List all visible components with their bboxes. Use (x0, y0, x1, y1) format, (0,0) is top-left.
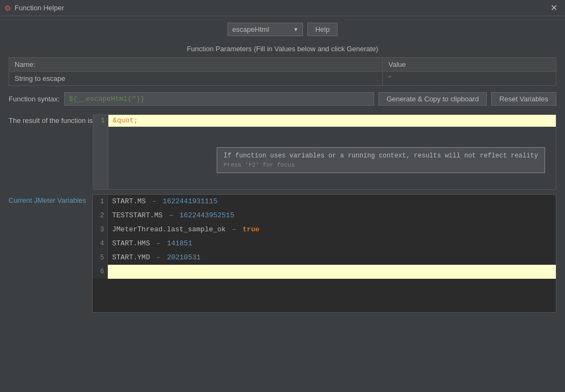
variable-value: 1622441931115 (163, 197, 217, 205)
variable-value: true (243, 225, 259, 233)
table-row: String to escape" (9, 72, 556, 86)
syntax-input[interactable] (64, 92, 374, 106)
result-label: The result of the function is (9, 114, 93, 125)
line-number: 3 (93, 223, 108, 237)
variable-name: START.HMS (112, 239, 150, 247)
params-description: Function Parameters (Fill in Values belo… (9, 45, 556, 53)
line-number: 5 (93, 251, 108, 265)
window-title: Function Helper (15, 4, 64, 12)
col-header-value: Value (383, 58, 556, 72)
variable-name: START.YMD (112, 253, 150, 262)
function-dropdown-wrapper: escapeHtml escapeXml escapeJson urlencod… (228, 23, 303, 36)
toolbar-row: escapeHtml escapeXml escapeJson urlencod… (9, 23, 556, 36)
result-area: 1 &quot; If function uses variables or a… (93, 114, 556, 190)
title-bar-left: ⚙ Function Helper (4, 4, 64, 12)
variable-value: 20210531 (167, 253, 201, 262)
reset-variables-button[interactable]: Reset Variables (491, 92, 556, 106)
line-number: 2 (93, 209, 108, 223)
tooltip-press-hint: Press 'F2' for focus (224, 162, 538, 168)
syntax-row: Function syntax: Generate & Copy to clip… (9, 92, 556, 106)
list-item: 1START.MS – 1622441931115 (93, 195, 556, 209)
variable-name: JMeterThread.last_sample_ok (112, 225, 226, 233)
line-number: 6 (93, 265, 108, 279)
params-table: Name: Value String to escape" (9, 57, 556, 86)
function-select[interactable]: escapeHtml escapeXml escapeJson urlencod… (228, 23, 303, 36)
main-content: escapeHtml escapeXml escapeJson urlencod… (0, 16, 565, 319)
variable-value: 1622443952515 (180, 211, 234, 219)
close-button[interactable]: ✕ (547, 2, 561, 14)
param-name-cell: String to escape (9, 72, 383, 86)
result-tooltip: If function uses variables or a running … (217, 147, 545, 173)
list-item: 4START.HMS – 141851 (93, 237, 556, 251)
variables-label: Current JMeter Variables (9, 194, 92, 204)
line-number: 1 (93, 195, 108, 209)
variable-name: TESTSTART.MS (112, 211, 163, 219)
title-bar: ⚙ Function Helper ✕ (0, 0, 565, 16)
result-row: The result of the function is 1 &quot; I… (9, 114, 556, 190)
list-item: 6 (93, 265, 556, 279)
result-line: &quot; (108, 115, 556, 127)
line-number: 4 (93, 237, 108, 251)
col-header-name: Name: (9, 58, 383, 72)
result-line-gutter: 1 (93, 115, 108, 189)
list-item: 2TESTSTART.MS – 1622443952515 (93, 209, 556, 223)
variable-value: 141851 (167, 239, 192, 247)
list-item: 5START.YMD – 20210531 (93, 251, 556, 265)
variable-name: START.MS (112, 197, 146, 205)
variables-area: 1START.MS – 16224419311152TESTSTART.MS –… (92, 194, 556, 313)
generate-copy-button[interactable]: Generate & Copy to clipboard (378, 92, 487, 106)
list-item: 3JMeterThread.last_sample_ok – true (93, 223, 556, 237)
tooltip-text: If function uses variables or a running … (224, 152, 538, 160)
param-value-cell[interactable]: " (383, 72, 556, 86)
app-icon: ⚙ (4, 4, 11, 12)
syntax-label: Function syntax: (9, 95, 60, 103)
result-lines: &quot; (108, 115, 556, 127)
help-button[interactable]: Help (307, 23, 338, 36)
variables-section: Current JMeter Variables 1START.MS – 162… (9, 194, 556, 313)
